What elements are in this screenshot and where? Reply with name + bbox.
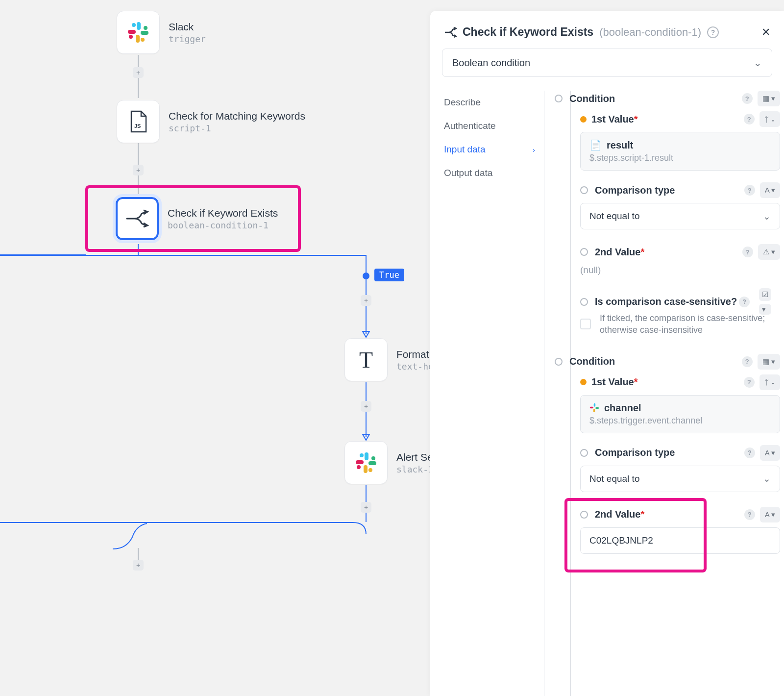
node-title: Slack: [169, 21, 206, 33]
field-2nd-value: 2nd Value*: [595, 247, 644, 258]
add-step-button[interactable]: +: [361, 502, 371, 513]
side-panel: Check if Keyword Exists (boolean-conditi…: [430, 11, 784, 696]
svg-rect-24: [595, 407, 599, 409]
node-icon: [117, 11, 160, 54]
help-icon[interactable]: ?: [742, 93, 753, 104]
svg-point-21: [368, 468, 372, 472]
panel-title: Check if Keyword Exists: [463, 25, 593, 39]
svg-rect-15: [365, 452, 368, 460]
field-comparison-type: Comparison type: [595, 447, 675, 458]
checkbox[interactable]: [580, 319, 591, 329]
svg-point-20: [371, 456, 375, 460]
value-chip[interactable]: channel $.steps.trigger.event.channel: [580, 395, 780, 433]
slack-icon: [355, 451, 377, 474]
node-subtitle: script-1: [169, 123, 305, 133]
workflow-canvas[interactable]: Slack trigger + JS Check for Matching Ke…: [0, 0, 784, 696]
node-slack[interactable]: Slack trigger: [117, 11, 206, 54]
chevron-down-icon: ⌄: [754, 57, 762, 69]
branch-icon: [125, 209, 149, 228]
add-step-button[interactable]: +: [133, 67, 144, 78]
radio-icon[interactable]: [555, 358, 563, 366]
svg-point-11: [144, 26, 147, 30]
type-button[interactable]: A ▾: [760, 182, 780, 198]
help-icon[interactable]: ?: [742, 356, 753, 367]
node-condition[interactable]: Check if Keyword Exists boolean-conditio…: [116, 197, 278, 240]
chevron-right-icon: ›: [533, 146, 535, 154]
node-icon: JS: [117, 100, 160, 143]
node-format[interactable]: T Format text-he: [344, 338, 434, 381]
branch-dot: [363, 273, 369, 279]
help-icon[interactable]: ?: [707, 26, 719, 38]
radio-icon[interactable]: [555, 95, 563, 102]
svg-rect-26: [590, 407, 593, 408]
node-alert[interactable]: Alert Se slack-1: [344, 441, 434, 484]
svg-rect-23: [594, 403, 595, 407]
help-icon[interactable]: ?: [744, 377, 755, 388]
help-icon[interactable]: ?: [742, 247, 753, 257]
step-type-select[interactable]: Boolean condition ⌄: [442, 49, 772, 77]
node-subtitle: boolean-condition-1: [168, 220, 278, 230]
field-case-sensitive: Is comparison case-sensitive?: [595, 296, 737, 307]
type-button[interactable]: ▾: [759, 304, 771, 315]
slack-icon: [589, 403, 599, 413]
radio-icon[interactable]: [580, 449, 588, 457]
radio-icon[interactable]: [580, 511, 588, 519]
comparison-select[interactable]: Not equal to ⌄: [580, 466, 780, 492]
view-mode-button[interactable]: ▦ ▾: [758, 354, 780, 370]
tab-authenticate[interactable]: Authenticate: [444, 114, 539, 138]
close-icon[interactable]: ✕: [761, 26, 770, 39]
svg-text:JS: JS: [134, 123, 141, 129]
node-icon: T: [344, 338, 388, 381]
svg-point-12: [141, 38, 145, 42]
node-title: Check if Keyword Exists: [168, 207, 278, 219]
type-button[interactable]: ᛘ ▾: [760, 111, 780, 127]
add-step-button[interactable]: +: [361, 401, 371, 412]
view-mode-button[interactable]: ▦ ▾: [758, 91, 780, 106]
help-icon[interactable]: ?: [744, 447, 755, 458]
help-icon[interactable]: ?: [744, 114, 755, 124]
tab-describe[interactable]: Describe: [444, 91, 539, 114]
node-subtitle: trigger: [169, 34, 206, 44]
node-icon: [116, 197, 159, 240]
text-icon: T: [359, 347, 373, 373]
node-title: Alert Se: [396, 451, 434, 463]
type-button[interactable]: ☑: [759, 288, 771, 301]
add-step-button[interactable]: +: [133, 560, 144, 571]
field-comparison-type: Comparison type: [595, 185, 675, 196]
js-file-icon: JS: [128, 110, 148, 133]
type-button[interactable]: A ▾: [760, 445, 780, 461]
chip-title: result: [607, 140, 633, 151]
value-input[interactable]: C02LQBJNLP2: [580, 527, 780, 554]
node-script[interactable]: JS Check for Matching Keywords script-1: [117, 100, 305, 143]
select-value: Not equal to: [589, 473, 639, 484]
tag-true: True: [374, 269, 404, 281]
type-button[interactable]: ᛘ ▾: [760, 374, 780, 390]
help-icon[interactable]: ?: [739, 297, 750, 307]
radio-icon[interactable]: [580, 248, 588, 256]
svg-rect-17: [364, 465, 368, 473]
radio-icon[interactable]: [580, 186, 588, 194]
add-step-button[interactable]: +: [361, 295, 371, 306]
help-icon[interactable]: ?: [744, 509, 755, 520]
node-subtitle: slack-1: [396, 464, 434, 474]
svg-point-19: [360, 453, 364, 457]
hint-text: If ticked, the comparison is case-sensit…: [600, 312, 766, 336]
field-1st-value: 1st Value*: [591, 376, 638, 388]
chip-path: $.steps.trigger.event.channel: [589, 416, 771, 426]
add-step-button[interactable]: +: [133, 165, 144, 175]
panel-slug: (boolean-condition-1): [599, 26, 701, 39]
comparison-select[interactable]: Not equal to ⌄: [580, 203, 780, 229]
node-subtitle: text-he: [396, 361, 434, 372]
radio-icon[interactable]: [580, 298, 588, 306]
panel-tabs: Describe Authenticate Input data › Outpu…: [430, 91, 539, 696]
type-button[interactable]: A ▾: [760, 507, 780, 522]
help-icon[interactable]: ?: [744, 185, 755, 196]
value-chip[interactable]: 📄result $.steps.script-1.result: [580, 132, 780, 171]
tab-input-data[interactable]: Input data ›: [444, 138, 539, 161]
svg-rect-7: [141, 31, 148, 35]
type-button[interactable]: ⚠ ▾: [758, 244, 780, 260]
select-value: Not equal to: [589, 211, 639, 222]
tab-output-data[interactable]: Output data: [444, 161, 539, 185]
step-type-label: Boolean condition: [452, 57, 530, 69]
input-value: C02LQBJNLP2: [589, 535, 653, 546]
